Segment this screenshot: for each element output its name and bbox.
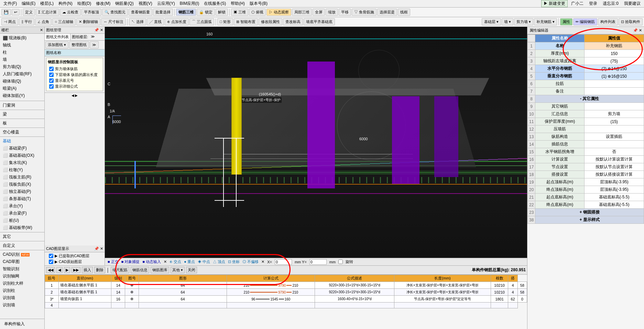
btn-select-layer[interactable]: 选择层是 (377, 9, 397, 16)
sidebar-item-foundation[interactable]: 基础 (0, 138, 44, 145)
coord-x-input[interactable] (275, 259, 292, 265)
sidebar-item-masonry-rebar[interactable]: 砌体加筋(Y) (0, 92, 44, 99)
cad-layer-header[interactable]: CAD图层显示 📌 ✕ (45, 245, 105, 252)
rebar-row-3[interactable]: 3* 墙竖向纵筋 1 16 ⊕ 64 96 1545 (45, 296, 527, 303)
btn-component-list[interactable]: 构件列表 (598, 18, 618, 25)
btn-dimension[interactable]: ↔ 尺寸标注 (101, 18, 126, 25)
btn-select[interactable]: ↖ 选择 (129, 18, 146, 25)
attr-row-9[interactable]: 9 其它钢筋 (528, 103, 644, 110)
btn-properties[interactable]: 属性 (560, 18, 572, 25)
snap-vertex[interactable]: △ 顶点 (213, 259, 225, 264)
btn-next[interactable]: ▶ (64, 267, 70, 273)
btn-cloud-check[interactable]: ☁ 云检查 (60, 9, 81, 16)
btn-fullscreen[interactable]: 全屏 (313, 9, 325, 16)
sidebar-item-recognize-col[interactable]: 识别柱 (0, 287, 44, 294)
sidebar-item-raft-neg[interactable]: ⬜ 筏板负筋(X) (0, 181, 44, 188)
attr-value-10[interactable]: 剪力墙 (585, 110, 644, 118)
attr-row-22[interactable]: 22 终点底标高(m) 基础底标高(-5.5) (528, 201, 644, 209)
attr-row-17[interactable]: 17 节点设置 按默认节点设置计算 (528, 163, 644, 171)
btn-wall-align[interactable]: 墙底平齐基础底 (304, 18, 335, 25)
btn-delete-axis[interactable]: ✕ 删除辅轴 (76, 18, 100, 25)
sidebar-item-strip-found[interactable]: ⬜ 条形基础(T) (0, 195, 44, 202)
check-extracted-cad[interactable]: ▶ 已提取的CAD图层 (47, 253, 102, 259)
attr-row-13[interactable]: 13 纵筋构造 设置插筋 (528, 133, 644, 141)
snap-no-offset[interactable]: ◎ 不偏移 (242, 259, 259, 264)
sidebar-item-other[interactable]: 其它 (0, 233, 44, 240)
snap-ortho[interactable]: ■ 正交 (108, 259, 119, 264)
sidebar-item-beam[interactable]: 梁 (0, 111, 44, 118)
attr-row-10[interactable]: 10 汇总信息 剪力墙 (528, 110, 644, 118)
sidebar-item-wall[interactable]: 墙 (0, 56, 44, 63)
btn-last[interactable]: ▶▶ (72, 267, 80, 273)
sidebar-item-axis[interactable]: 轴线 (0, 42, 44, 49)
menu-cloud[interactable]: 云应用(Y) (155, 0, 177, 7)
attr-value-22[interactable]: 基础底标高(-5.5) (585, 201, 644, 209)
btn-smart-place[interactable]: ⊞ 智能布置 (234, 18, 258, 25)
attr-value-18[interactable]: 按默认搭接设置计算 (585, 171, 644, 178)
btn-delete[interactable]: 删除 (94, 267, 105, 273)
attr-value-7[interactable] (585, 88, 644, 95)
rebar-row-1[interactable]: 1 墙在基础左侧水平筋 1 14 ⊕ 64 210 9790 (45, 282, 527, 289)
menu-edit[interactable]: 编辑(E) (20, 0, 37, 7)
sidebar-item-raft-main[interactable]: ⬜ 筏板主筋(R) (0, 174, 44, 181)
btn-arc[interactable]: ⌒ 三点圆弧 (189, 18, 214, 25)
rotate-checkbox[interactable] (338, 260, 343, 264)
attr-section-other[interactable]: - 其它属性 (535, 95, 644, 103)
attr-value-9[interactable] (585, 103, 644, 110)
btn-other[interactable]: 其他 ▾ (171, 267, 185, 273)
menu-help[interactable]: 帮助(H) (229, 0, 247, 7)
btn-rebar-info[interactable]: 钢筋信息 (131, 267, 149, 273)
sidebar-item-single-input[interactable]: 单构件输入 (1, 320, 43, 328)
sidebar-item-cap[interactable]: ⬜ 承台(Y) (0, 202, 44, 210)
attr-value-3[interactable]: (75) (585, 57, 644, 65)
attr-value-15[interactable]: 否 (585, 148, 644, 156)
attr-value-21[interactable]: 基础底标高(-5.5) (585, 194, 644, 201)
attr-section-anchorage[interactable]: + 钢固搭接 (535, 209, 644, 216)
sidebar-item-cap-beam[interactable]: ⬜ 承台梁(F) (0, 210, 44, 217)
attr-row-19[interactable]: 19 起点顶标高(m) 层顶标高(-3.95) (528, 178, 644, 186)
btn-prev[interactable]: ◀ (56, 267, 63, 273)
btn-line[interactable]: ╱ 直线 (147, 18, 164, 25)
btn-three-point-axis[interactable]: ○ 三点辅轴 (52, 18, 76, 25)
btn-wall-type[interactable]: 墙 ▾ (502, 18, 513, 25)
attr-value-12[interactable] (585, 125, 644, 133)
btn-login[interactable]: 登录 (587, 0, 599, 7)
tab-floor-list[interactable]: 图纸楼层: (70, 34, 89, 40)
btn-first[interactable]: ◀◀ (46, 267, 55, 273)
btn-unlock[interactable]: 解锁 (216, 9, 228, 16)
attr-row-2[interactable]: 2 厚度(mm) 150 (528, 50, 644, 57)
btn-parallel[interactable]: ∥ 平行 (19, 18, 34, 25)
btn-close[interactable]: 关闭 (186, 267, 197, 273)
sidebar-item-found-beam[interactable]: ⬜ 基础梁(F) (0, 145, 44, 152)
attr-editor-close[interactable]: 📌 ✕ (633, 28, 642, 33)
attr-value-17[interactable]: 按默认节点设置计算 (585, 163, 644, 171)
sidebar-item-slab2[interactable]: 板 (0, 120, 44, 127)
btn-fill-rebar[interactable]: 补充钢筋 ▾ (534, 18, 557, 25)
btn-lock[interactable]: 🔒 锁定 (197, 9, 215, 16)
menu-file[interactable]: 文件(F) (1, 0, 19, 7)
snap-center[interactable]: ● 重点 (184, 259, 195, 264)
attr-row-3[interactable]: 3 轴线距左墙皮距离 (75) (528, 57, 644, 65)
rebar-row-4[interactable]: 4 (45, 303, 527, 308)
attr-row-1[interactable]: 1 名称 补充钢筋 (528, 42, 644, 50)
btn-fishbone[interactable]: ▽ 鱼骨筋施 (352, 9, 376, 16)
btn-save[interactable]: 💾 (1, 9, 11, 15)
btn-new-change[interactable]: ▶ 新建变更 (541, 0, 568, 7)
btn-sum[interactable]: Σ 汇总计算 (36, 9, 59, 16)
btn-pan[interactable]: 平移 (339, 9, 351, 16)
sidebar-item-recognize-wall[interactable]: 识别墙 (0, 294, 44, 301)
drawing-panel-header[interactable]: 图纸管理 📌 ✕ (45, 27, 105, 34)
menu-version[interactable]: 版本号(B) (248, 0, 270, 7)
sidebar-item-shearwall[interactable]: 剪力墙(Q) (0, 63, 44, 70)
btn-define[interactable]: 定义 (23, 9, 35, 16)
attr-row-18[interactable]: 18 搭接设置 按默认搭接设置计算 (528, 171, 644, 178)
menu-bim[interactable]: BIM应用(I) (178, 0, 201, 7)
attr-row-21[interactable]: 21 起点底标高(m) 基础底标高(-5.5) (528, 194, 644, 201)
attr-section-display[interactable]: + 显示样式 (535, 216, 644, 224)
attr-row-15[interactable]: 15 水平钢筋拐角增 否 (528, 148, 644, 156)
btn-zoom[interactable]: 缩放 (326, 9, 338, 16)
btn-expand-drawing[interactable]: ≫ (90, 41, 99, 48)
btn-point-angle[interactable]: ∠ 点角 (35, 18, 52, 25)
attr-value-19[interactable]: 层顶标高(-3.95) (585, 178, 644, 186)
btn-mod-seg-prop[interactable]: 修改段属性 (259, 18, 282, 25)
